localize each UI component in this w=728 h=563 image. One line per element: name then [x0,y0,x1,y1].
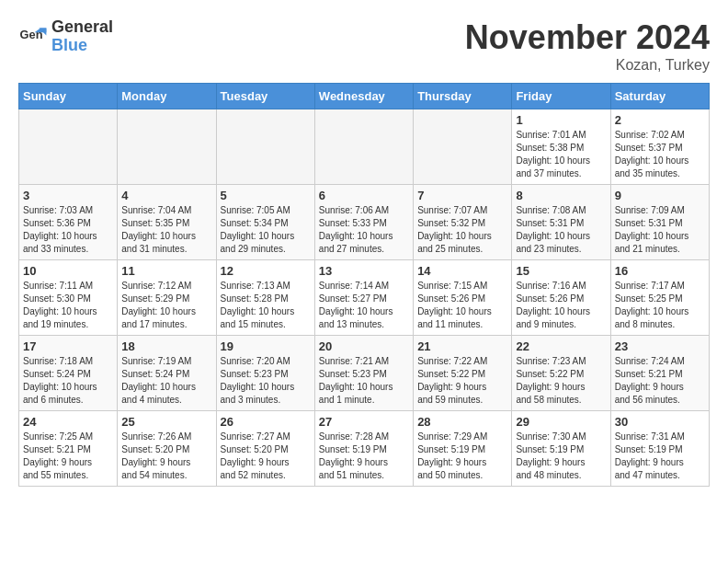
day-info: Sunrise: 7:20 AM Sunset: 5:23 PM Dayligh… [221,355,311,407]
day-info: Sunrise: 7:31 AM Sunset: 5:19 PM Dayligh… [615,431,705,482]
day-info: Sunrise: 7:06 AM Sunset: 5:33 PM Dayligh… [319,204,409,256]
calendar-day-cell [414,109,512,185]
day-of-week-header: Sunday [19,84,118,109]
day-number: 24 [23,415,113,429]
calendar-day-cell: 18Sunrise: 7:19 AM Sunset: 5:24 PM Dayli… [118,336,216,411]
day-of-week-header: Wednesday [314,84,413,109]
calendar-day-cell [118,109,216,185]
day-info: Sunrise: 7:18 AM Sunset: 5:24 PM Dayligh… [23,355,113,407]
calendar-day-cell: 25Sunrise: 7:26 AM Sunset: 5:20 PM Dayli… [118,411,216,487]
day-number: 15 [516,264,606,278]
day-number: 25 [121,415,211,429]
day-info: Sunrise: 7:04 AM Sunset: 5:35 PM Dayligh… [121,204,211,256]
day-of-week-header: Saturday [610,84,709,109]
calendar-day-cell: 22Sunrise: 7:23 AM Sunset: 5:22 PM Dayli… [512,336,610,411]
calendar-day-cell: 9Sunrise: 7:09 AM Sunset: 5:31 PM Daylig… [610,185,709,260]
calendar-day-cell: 12Sunrise: 7:13 AM Sunset: 5:28 PM Dayli… [216,260,314,336]
day-number: 16 [615,264,705,278]
day-info: Sunrise: 7:15 AM Sunset: 5:26 PM Dayligh… [417,280,507,331]
day-of-week-header: Tuesday [216,84,314,109]
logo-blue: Blue [51,37,113,55]
calendar-day-cell: 30Sunrise: 7:31 AM Sunset: 5:19 PM Dayli… [610,411,709,487]
calendar-day-cell [314,109,413,185]
calendar-day-cell: 26Sunrise: 7:27 AM Sunset: 5:20 PM Dayli… [216,411,314,487]
day-info: Sunrise: 7:01 AM Sunset: 5:38 PM Dayligh… [516,129,606,180]
calendar-day-cell: 6Sunrise: 7:06 AM Sunset: 5:33 PM Daylig… [314,185,413,260]
day-number: 26 [221,415,311,429]
calendar-day-cell: 20Sunrise: 7:21 AM Sunset: 5:23 PM Dayli… [314,336,413,411]
day-number: 20 [319,339,409,353]
calendar-week-row: 1Sunrise: 7:01 AM Sunset: 5:38 PM Daylig… [19,109,710,185]
calendar-day-cell: 16Sunrise: 7:17 AM Sunset: 5:25 PM Dayli… [610,260,709,336]
day-info: Sunrise: 7:08 AM Sunset: 5:31 PM Dayligh… [516,204,606,256]
calendar-day-cell: 7Sunrise: 7:07 AM Sunset: 5:32 PM Daylig… [414,185,512,260]
calendar-week-row: 3Sunrise: 7:03 AM Sunset: 5:36 PM Daylig… [19,185,710,260]
calendar-day-cell: 13Sunrise: 7:14 AM Sunset: 5:27 PM Dayli… [314,260,413,336]
calendar-table: SundayMondayTuesdayWednesdayThursdayFrid… [18,83,710,487]
day-info: Sunrise: 7:17 AM Sunset: 5:25 PM Dayligh… [615,280,705,331]
day-number: 1 [516,113,606,127]
day-number: 4 [121,189,211,202]
day-info: Sunrise: 7:11 AM Sunset: 5:30 PM Dayligh… [23,280,113,331]
day-info: Sunrise: 7:19 AM Sunset: 5:24 PM Dayligh… [121,355,211,407]
day-number: 7 [417,189,507,202]
day-number: 27 [319,415,409,429]
calendar-day-cell: 11Sunrise: 7:12 AM Sunset: 5:29 PM Dayli… [118,260,216,336]
day-info: Sunrise: 7:28 AM Sunset: 5:19 PM Dayligh… [319,431,409,482]
calendar-week-row: 24Sunrise: 7:25 AM Sunset: 5:21 PM Dayli… [19,411,710,487]
day-number: 23 [615,339,705,353]
day-number: 10 [23,264,113,278]
calendar-day-cell: 17Sunrise: 7:18 AM Sunset: 5:24 PM Dayli… [19,336,118,411]
calendar-day-cell: 10Sunrise: 7:11 AM Sunset: 5:30 PM Dayli… [19,260,118,336]
calendar-day-cell: 8Sunrise: 7:08 AM Sunset: 5:31 PM Daylig… [512,185,610,260]
logo-text: General Blue [51,18,113,55]
day-number: 19 [221,339,311,353]
day-number: 11 [121,264,211,278]
day-number: 6 [319,189,409,202]
day-number: 17 [23,339,113,353]
calendar-day-cell: 1Sunrise: 7:01 AM Sunset: 5:38 PM Daylig… [512,109,610,185]
day-number: 2 [615,113,705,127]
day-number: 30 [615,415,705,429]
calendar-day-cell: 2Sunrise: 7:02 AM Sunset: 5:37 PM Daylig… [610,109,709,185]
day-info: Sunrise: 7:07 AM Sunset: 5:32 PM Dayligh… [417,204,507,256]
day-number: 5 [221,189,311,202]
calendar-day-cell: 28Sunrise: 7:29 AM Sunset: 5:19 PM Dayli… [414,411,512,487]
day-info: Sunrise: 7:25 AM Sunset: 5:21 PM Dayligh… [23,431,113,482]
day-info: Sunrise: 7:24 AM Sunset: 5:21 PM Dayligh… [615,355,705,407]
calendar-day-cell: 15Sunrise: 7:16 AM Sunset: 5:26 PM Dayli… [512,260,610,336]
calendar-header-row: SundayMondayTuesdayWednesdayThursdayFrid… [19,84,710,109]
header: Gen General Blue November 2024 Kozan, Tu… [18,18,710,74]
day-of-week-header: Thursday [414,84,512,109]
calendar-day-cell: 24Sunrise: 7:25 AM Sunset: 5:21 PM Dayli… [19,411,118,487]
calendar-title: November 2024 [465,18,710,57]
day-info: Sunrise: 7:29 AM Sunset: 5:19 PM Dayligh… [417,431,507,482]
day-of-week-header: Monday [118,84,216,109]
calendar-day-cell [216,109,314,185]
day-info: Sunrise: 7:21 AM Sunset: 5:23 PM Dayligh… [319,355,409,407]
day-number: 12 [221,264,311,278]
day-number: 22 [516,339,606,353]
day-info: Sunrise: 7:16 AM Sunset: 5:26 PM Dayligh… [516,280,606,331]
day-number: 13 [319,264,409,278]
day-number: 9 [615,189,705,202]
day-number: 29 [516,415,606,429]
logo-general: General [51,18,113,37]
day-of-week-header: Friday [512,84,610,109]
day-info: Sunrise: 7:26 AM Sunset: 5:20 PM Dayligh… [121,431,211,482]
calendar-week-row: 10Sunrise: 7:11 AM Sunset: 5:30 PM Dayli… [19,260,710,336]
day-info: Sunrise: 7:03 AM Sunset: 5:36 PM Dayligh… [23,204,113,256]
day-number: 3 [23,189,113,202]
calendar-day-cell: 4Sunrise: 7:04 AM Sunset: 5:35 PM Daylig… [118,185,216,260]
calendar-day-cell: 27Sunrise: 7:28 AM Sunset: 5:19 PM Dayli… [314,411,413,487]
calendar-day-cell: 14Sunrise: 7:15 AM Sunset: 5:26 PM Dayli… [414,260,512,336]
calendar-day-cell: 29Sunrise: 7:30 AM Sunset: 5:19 PM Dayli… [512,411,610,487]
calendar-body: 1Sunrise: 7:01 AM Sunset: 5:38 PM Daylig… [19,109,710,487]
day-info: Sunrise: 7:12 AM Sunset: 5:29 PM Dayligh… [121,280,211,331]
day-info: Sunrise: 7:14 AM Sunset: 5:27 PM Dayligh… [319,280,409,331]
day-number: 14 [417,264,507,278]
logo: Gen General Blue [18,18,113,55]
day-info: Sunrise: 7:22 AM Sunset: 5:22 PM Dayligh… [417,355,507,407]
day-info: Sunrise: 7:13 AM Sunset: 5:28 PM Dayligh… [221,280,311,331]
calendar-day-cell: 19Sunrise: 7:20 AM Sunset: 5:23 PM Dayli… [216,336,314,411]
